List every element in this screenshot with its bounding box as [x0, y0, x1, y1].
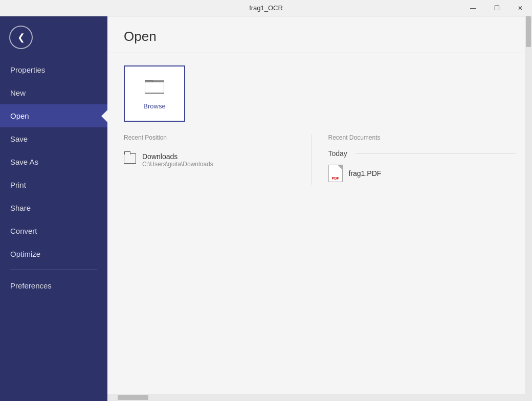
horizontal-scrollbar[interactable]	[107, 394, 532, 401]
sidebar-item-properties[interactable]: Properties	[0, 58, 107, 81]
sidebar-item-open-label: Open	[10, 112, 29, 120]
app-body: ❮ Properties New Open Save Save As Print…	[0, 16, 532, 401]
sidebar-item-share[interactable]: Share	[0, 196, 107, 219]
pdf-icon-label: PDF	[332, 176, 339, 180]
recent-doc-item[interactable]: PDF frag1.PDF	[328, 162, 516, 185]
recent-position-path: C:\Users\guita\Downloads	[142, 161, 213, 168]
sidebar-item-convert-label: Convert	[10, 227, 37, 235]
main-content: Open Browse Recent Positio	[107, 16, 532, 401]
sidebar-item-properties-label: Properties	[10, 65, 45, 74]
sidebar-item-save[interactable]: Save	[0, 127, 107, 150]
sidebar-divider	[10, 270, 97, 270]
today-divider	[356, 153, 516, 154]
recent-position-info: Downloads C:\Users\guita\Downloads	[142, 152, 213, 168]
today-header: Today	[328, 149, 516, 158]
browse-folder-icon	[145, 78, 164, 98]
sidebar-item-print-label: Print	[10, 181, 26, 189]
horizontal-scrollbar-thumb[interactable]	[118, 395, 148, 400]
close-button[interactable]: ✕	[508, 0, 532, 16]
pdf-icon: PDF	[328, 165, 343, 182]
sidebar-item-preferences[interactable]: Preferences	[0, 274, 107, 297]
sidebar-item-open[interactable]: Open	[0, 104, 107, 127]
browse-label: Browse	[143, 102, 165, 110]
recent-doc-name: frag1.PDF	[349, 169, 382, 177]
restore-button[interactable]: ❐	[485, 0, 508, 16]
sidebar-item-optimize-label: Optimize	[10, 250, 40, 258]
page-title: Open	[124, 29, 516, 44]
recent-position-section: Recent Position Downloads C:\Users\guita…	[124, 134, 312, 185]
sidebar-item-share-label: Share	[10, 204, 31, 212]
recent-documents-heading: Recent Documents	[328, 134, 516, 141]
main-header: Open	[107, 16, 532, 53]
recent-position-heading: Recent Position	[124, 134, 312, 141]
sidebar-nav: Properties New Open Save Save As Print S…	[0, 58, 107, 401]
recent-documents-section: Recent Documents Today PDF frag1.PDF	[312, 134, 516, 185]
recent-sections: Recent Position Downloads C:\Users\guita…	[124, 134, 516, 185]
sidebar: ❮ Properties New Open Save Save As Print…	[0, 16, 107, 401]
recent-position-item[interactable]: Downloads C:\Users\guita\Downloads	[124, 149, 312, 171]
vertical-scrollbar[interactable]	[525, 16, 532, 401]
recent-position-name: Downloads	[142, 152, 213, 161]
sidebar-item-print[interactable]: Print	[0, 173, 107, 196]
window-controls: — ❐ ✕	[461, 0, 532, 16]
sidebar-item-new[interactable]: New	[0, 81, 107, 104]
sidebar-item-save-label: Save	[10, 135, 28, 143]
folder-icon	[124, 153, 136, 164]
main-body: Browse Recent Position Downloads C:\User…	[107, 53, 532, 401]
back-button[interactable]: ❮	[9, 26, 33, 49]
sidebar-item-new-label: New	[10, 88, 26, 97]
sidebar-item-convert[interactable]: Convert	[0, 219, 107, 242]
title-bar: frag1_OCR — ❐ ✕	[0, 0, 532, 16]
scrollbar-thumb[interactable]	[526, 16, 531, 47]
today-label: Today	[328, 149, 347, 158]
sidebar-item-save-as-label: Save As	[10, 158, 38, 166]
minimize-button[interactable]: —	[461, 0, 485, 16]
back-icon: ❮	[17, 32, 25, 43]
sidebar-item-save-as[interactable]: Save As	[0, 150, 107, 173]
sidebar-item-preferences-label: Preferences	[10, 281, 52, 290]
sidebar-item-optimize[interactable]: Optimize	[0, 242, 107, 265]
svg-rect-2	[145, 82, 164, 93]
window-title: frag1_OCR	[249, 4, 283, 12]
browse-button[interactable]: Browse	[124, 65, 185, 122]
